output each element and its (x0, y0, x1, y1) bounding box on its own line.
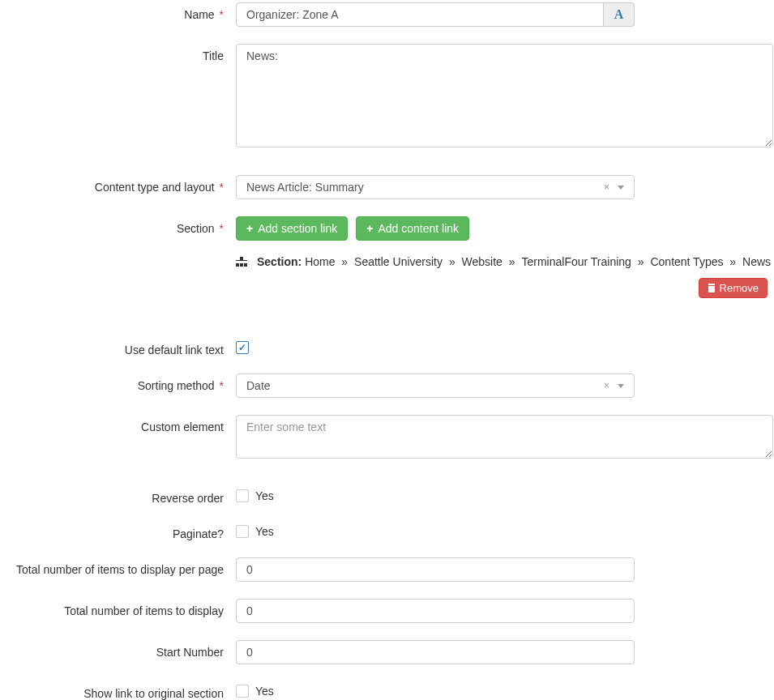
content-type-value: News Article: Summary (246, 181, 364, 194)
add-content-link-button[interactable]: Add content link (356, 216, 469, 241)
paginate-option: Yes (255, 525, 274, 538)
required-asterisk: * (216, 181, 224, 194)
breadcrumb-separator: » (723, 255, 742, 268)
custom-element-textarea[interactable] (236, 415, 773, 459)
clear-icon[interactable]: × (604, 380, 609, 391)
title-label: Title (0, 44, 236, 62)
breadcrumb-item: Home (305, 255, 335, 268)
paginate-checkbox[interactable] (236, 525, 249, 538)
add-section-link-button[interactable]: Add section link (236, 216, 348, 241)
content-type-label: Content type and layout * (0, 175, 236, 194)
start-number-input[interactable] (236, 640, 635, 664)
name-label: Name * (0, 2, 236, 21)
breadcrumb-item: Content Types (650, 255, 723, 268)
show-orig-link-checkbox[interactable] (236, 685, 249, 698)
sorting-select[interactable]: Date × (236, 373, 635, 398)
breadcrumb-separator: » (631, 255, 651, 268)
section-label: Section * (0, 216, 236, 235)
reverse-order-checkbox[interactable] (236, 489, 249, 502)
remove-button[interactable]: Remove (699, 278, 768, 298)
use-default-link-checkbox[interactable] (236, 341, 249, 354)
reverse-order-option: Yes (255, 489, 274, 502)
chevron-down-icon (618, 186, 624, 190)
title-textarea[interactable] (236, 44, 773, 147)
show-orig-link-label: Show link to original section (0, 681, 236, 700)
required-asterisk: * (216, 222, 224, 235)
paginate-label: Paginate? (0, 522, 236, 540)
breadcrumb-separator: » (443, 255, 462, 268)
breadcrumb-separator: » (502, 255, 522, 268)
show-orig-link-option: Yes (255, 685, 274, 698)
sorting-label: Sorting method * (0, 373, 236, 392)
plus-icon (246, 222, 253, 235)
per-page-label: Total number of items to display per pag… (0, 557, 236, 576)
breadcrumb: Section: Home » Seattle University » Web… (257, 255, 771, 268)
use-default-link-label: Use default link text (0, 338, 236, 356)
total-items-input[interactable] (236, 599, 635, 623)
trash-icon (708, 284, 716, 292)
clear-icon[interactable]: × (604, 181, 609, 193)
required-asterisk: * (216, 379, 224, 392)
per-page-input[interactable] (236, 557, 635, 582)
chevron-down-icon (618, 384, 624, 388)
content-type-select[interactable]: News Article: Summary × (236, 175, 635, 199)
breadcrumb-item: TerminalFour Training (521, 255, 631, 268)
custom-element-label: Custom element (0, 415, 236, 433)
breadcrumb-item: Seattle University (354, 255, 443, 268)
font-icon[interactable]: A (604, 2, 635, 27)
total-items-label: Total number of items to display (0, 599, 236, 617)
breadcrumb-separator: » (335, 255, 354, 268)
required-asterisk: * (216, 8, 224, 21)
reverse-order-label: Reverse order (0, 486, 236, 505)
name-input[interactable] (236, 2, 604, 27)
sitemap-icon (236, 257, 247, 267)
breadcrumb-item: News (742, 255, 771, 268)
breadcrumb-item: Website (462, 255, 502, 268)
start-number-label: Start Number (0, 640, 236, 659)
plus-icon (366, 222, 373, 235)
sorting-value: Date (246, 379, 271, 392)
